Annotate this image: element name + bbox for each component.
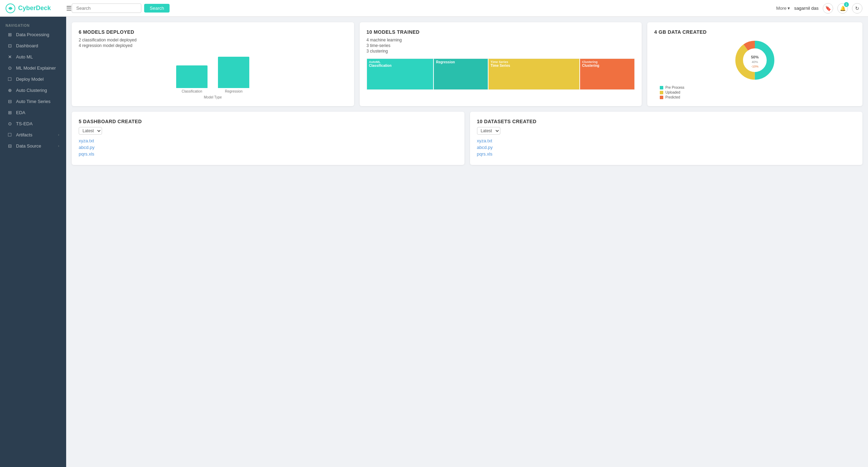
- main-content: 6 MODELS DEPLOYED 2 classification model…: [66, 17, 868, 467]
- search-input[interactable]: [72, 3, 141, 13]
- legend-label-preprocess: Pre Process: [665, 86, 684, 89]
- auto-ml-icon: ✕: [7, 54, 13, 60]
- treemap-classification: AutoML Classification: [367, 59, 433, 89]
- sidebar-item-dashboard[interactable]: ⊡ Dashboard: [1, 40, 65, 51]
- bar-classification: [176, 65, 208, 88]
- notification-icon-button[interactable]: 🔔 1: [837, 3, 848, 14]
- legend-label-predicted: Predicted: [665, 95, 680, 99]
- sidebar-item-auto-time-series[interactable]: ⊟ Auto Time Series: [1, 96, 65, 107]
- treemap-timeseries-group-label: Time Series: [491, 60, 577, 64]
- user-name: sagarnil das: [794, 6, 819, 11]
- ts-eda-icon: ⊙: [7, 121, 13, 126]
- sidebar-item-eda[interactable]: ⊞ EDA: [1, 107, 65, 118]
- nav-label: NAVIGATION: [0, 21, 66, 29]
- sidebar-item-data-source[interactable]: ⊟ Data Source ›: [1, 141, 65, 151]
- search-button[interactable]: Search: [144, 4, 170, 13]
- sidebar-item-artifacts[interactable]: ☐ Artifacts ›: [1, 129, 65, 140]
- deploy-model-icon: ☐: [7, 77, 13, 82]
- dashboard-created-card: 5 DASHBOARD CREATED Latest xyza.txt abcd…: [72, 112, 464, 165]
- dashboard-created-title: 5 DASHBOARD CREATED: [79, 119, 458, 124]
- treemap-regression-label: Regression: [436, 60, 486, 64]
- bar-label-regression: Regression: [225, 89, 243, 93]
- datasets-file-1[interactable]: xyza.txt: [477, 138, 856, 143]
- treemap-timeseries-label: Time Series: [491, 64, 577, 68]
- datasets-file-3[interactable]: pqrs.xls: [477, 151, 856, 157]
- data-source-chevron-icon: ›: [58, 144, 59, 148]
- legend-preprocess: Pre Process: [660, 86, 684, 89]
- sidebar-item-ml-model-explainer[interactable]: ⊙ ML Model Explainer: [1, 63, 65, 73]
- dashboard-file-2[interactable]: abcd.py: [79, 145, 458, 150]
- sidebar-item-label-deploy-model: Deploy Model: [16, 77, 44, 82]
- sidebar: NAVIGATION ⊞ Data Processing ⊡ Dashboard…: [0, 17, 66, 467]
- bar-regression: [218, 57, 249, 88]
- sidebar-item-label-auto-clustering: Auto Clustering: [16, 88, 47, 93]
- donut-legend: Pre Process Uploaded Predicted: [654, 86, 684, 99]
- dashboard-file-3[interactable]: pqrs.xls: [79, 151, 458, 157]
- dashboard-sort-select[interactable]: Latest: [79, 127, 102, 135]
- svg-text:40%: 40%: [752, 60, 758, 64]
- datasets-created-card: 10 DATASETS CREATED Latest xyza.txt abcd…: [470, 112, 863, 165]
- ml-explainer-icon: ⊙: [7, 65, 13, 71]
- treemap-classification-label: Classification: [369, 64, 431, 68]
- sidebar-item-auto-ml[interactable]: ✕ Auto ML: [1, 52, 65, 62]
- dashboard-file-1[interactable]: xyza.txt: [79, 138, 458, 143]
- refresh-icon-button[interactable]: ↻: [852, 3, 862, 14]
- data-processing-icon: ⊞: [7, 32, 13, 37]
- treemap-clustering: Clustering Clustering: [580, 59, 634, 89]
- sidebar-item-label-artifacts: Artifacts: [16, 132, 32, 137]
- chart-x-label: Model Type: [204, 95, 222, 99]
- logo-icon: [6, 3, 15, 13]
- sidebar-item-label-ts-eda: TS-EDA: [16, 121, 33, 126]
- sidebar-item-deploy-model[interactable]: ☐ Deploy Model: [1, 74, 65, 85]
- logo-area: CyberDeck ☰: [6, 3, 72, 13]
- models-trained-title: 10 MODELS TRAINED: [367, 29, 635, 35]
- datasets-file-2[interactable]: abcd.py: [477, 145, 856, 150]
- donut-chart: 50% 40% -10%: [732, 38, 777, 83]
- sidebar-item-auto-clustering[interactable]: ⊕ Auto Clustering: [1, 85, 65, 96]
- models-trained-card: 10 MODELS TRAINED 4 machine learning 3 t…: [360, 22, 642, 106]
- gb-data-title: 4 GB DATA CREATED: [654, 29, 855, 35]
- sidebar-item-data-processing[interactable]: ⊞ Data Processing: [1, 29, 65, 40]
- sidebar-item-label-auto-time-series: Auto Time Series: [16, 99, 50, 104]
- sidebar-item-label-ml-explainer: ML Model Explainer: [16, 65, 56, 71]
- sidebar-item-ts-eda[interactable]: ⊙ TS-EDA: [1, 118, 65, 129]
- artifacts-icon: ☐: [7, 132, 13, 137]
- svg-text:50%: 50%: [751, 55, 759, 59]
- treemap-clustering-label: Clustering: [582, 64, 632, 68]
- data-source-icon: ⊟: [7, 143, 13, 149]
- legend-predicted: Predicted: [660, 95, 684, 99]
- hamburger-icon[interactable]: ☰: [66, 5, 72, 12]
- app-body: NAVIGATION ⊞ Data Processing ⊡ Dashboard…: [0, 17, 868, 467]
- search-area: Search: [72, 3, 211, 13]
- models-trained-subtitle-3: 3 clustering: [367, 49, 635, 54]
- models-trained-subtitle-1: 4 machine learning: [367, 38, 635, 42]
- treemap-timeseries: Time Series Time Series: [488, 59, 579, 89]
- bar-label-classification: Classification: [182, 89, 202, 93]
- more-button[interactable]: More ▾: [776, 6, 790, 11]
- models-deployed-card: 6 MODELS DEPLOYED 2 classification model…: [72, 22, 354, 106]
- auto-clustering-icon: ⊕: [7, 88, 13, 93]
- gb-data-card: 4 GB DATA CREATED 50% 40% -10%: [647, 22, 862, 106]
- sidebar-item-label-data-processing: Data Processing: [16, 32, 49, 37]
- legend-dot-predicted: [660, 96, 663, 99]
- legend-label-uploaded: Uploaded: [665, 90, 680, 94]
- datasets-created-title: 10 DATASETS CREATED: [477, 119, 856, 124]
- legend-uploaded: Uploaded: [660, 90, 684, 94]
- sidebar-item-label-eda: EDA: [16, 110, 25, 115]
- treemap-automl-label: AutoML: [369, 60, 431, 64]
- treemap-regression: Regression: [434, 59, 488, 89]
- notification-badge: 1: [844, 2, 849, 7]
- eda-icon: ⊞: [7, 110, 13, 115]
- models-deployed-title: 6 MODELS DEPLOYED: [79, 29, 347, 35]
- models-trained-subtitle-2: 3 time-series: [367, 43, 635, 48]
- legend-dot-preprocess: [660, 86, 663, 89]
- topbar: CyberDeck ☰ Search More ▾ sagarnil das 🔖…: [0, 0, 868, 17]
- models-deployed-subtitle-2: 4 regression model deployed: [79, 43, 347, 48]
- bookmark-icon-button[interactable]: 🔖: [823, 3, 833, 14]
- logo-text: CyberDeck: [18, 5, 51, 12]
- top-cards-row: 6 MODELS DEPLOYED 2 classification model…: [72, 22, 862, 106]
- datasets-sort-select[interactable]: Latest: [477, 127, 500, 135]
- models-deployed-subtitle-1: 2 classification model deployed: [79, 38, 347, 42]
- auto-time-series-icon: ⊟: [7, 99, 13, 104]
- svg-text:-10%: -10%: [751, 65, 759, 68]
